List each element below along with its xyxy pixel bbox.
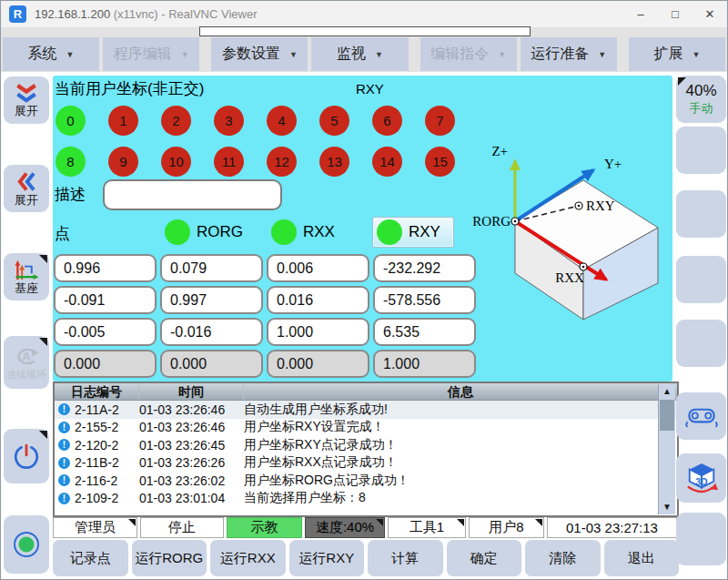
point-radio-rorg[interactable]: RORG xyxy=(165,217,243,248)
continuous-loop-button[interactable]: A 连续循环 xyxy=(4,336,49,389)
green-indicator-icon xyxy=(377,219,402,245)
coord-diagram: Z+ Y+ RORG RXY RXX xyxy=(471,123,676,351)
menu-item-7[interactable]: 扩展▼ xyxy=(629,37,725,71)
jog-controller-button[interactable] xyxy=(676,392,726,440)
menu-item-5[interactable]: 编辑指令▼ xyxy=(420,37,517,71)
confirm-button[interactable]: 确定 xyxy=(447,540,522,576)
log-time: 01-03 23:26:26 xyxy=(139,455,244,470)
log-row[interactable]: !2-116-201-03 23:26:02用户坐标RORG点记录成功！ xyxy=(55,472,677,490)
menu-item-6[interactable]: 运行准备▼ xyxy=(521,37,617,71)
record-point-button[interactable]: 记录点 xyxy=(53,540,128,576)
log-message: 当前选择用户坐标：8 xyxy=(244,490,677,506)
coord-slot-1[interactable]: 1 xyxy=(108,106,138,136)
coord-slot-0[interactable]: 0 xyxy=(56,106,86,136)
log-row[interactable]: !2-11A-201-03 23:26:46自动生成用户坐标系成功! xyxy=(55,401,677,419)
realvnc-logo-icon: R xyxy=(9,5,26,23)
run-rxy-button[interactable]: 运行RXY xyxy=(289,540,365,576)
coord-slot-5[interactable]: 5 xyxy=(319,106,349,136)
minimize-button[interactable]: – xyxy=(623,1,658,27)
3d-cube-icon: 3D xyxy=(684,462,719,494)
point-radio-rxx[interactable]: RXX xyxy=(271,217,335,248)
log-row[interactable]: !2-155-201-03 23:26:46用户坐标RXY设置完成！ xyxy=(55,419,677,437)
blank-button-4[interactable] xyxy=(676,320,726,367)
coord-slot-8[interactable]: 8 xyxy=(56,147,86,177)
corner-mark-icon xyxy=(128,519,136,526)
coord-slot-10[interactable]: 10 xyxy=(161,147,191,177)
coord-slot-12[interactable]: 12 xyxy=(267,147,297,177)
log-row[interactable]: !2-109-201-03 23:01:04当前选择用户坐标：8 xyxy=(55,490,677,508)
matrix-cell-r2c3[interactable]: 0.016 xyxy=(267,286,369,314)
coord-slot-13[interactable]: 13 xyxy=(319,147,349,177)
log-row[interactable]: !2-120-201-03 23:26:45用户坐标RXY点记录成功！ xyxy=(55,436,677,454)
matrix-cell-r1c1[interactable]: 0.996 xyxy=(54,254,157,282)
log-time: 01-03 23:26:46 xyxy=(139,420,244,434)
view-3d-button[interactable]: 3D xyxy=(676,453,726,503)
coord-slot-6[interactable]: 6 xyxy=(372,106,402,136)
info-icon: ! xyxy=(58,422,70,433)
expand-left-button[interactable]: 展开 xyxy=(4,165,49,212)
coord-slot-15[interactable]: 15 xyxy=(425,147,455,177)
coord-slot-4[interactable]: 4 xyxy=(267,106,297,136)
info-icon: ! xyxy=(58,439,70,451)
corner-mark-icon xyxy=(39,338,47,346)
vnc-viewer-window: R 192.168.1.200 (x11vnc) - RealVNC Viewe… xyxy=(0,0,728,580)
description-input[interactable] xyxy=(103,179,282,210)
coord-slot-11[interactable]: 11 xyxy=(214,147,244,177)
matrix-cell-r1c2[interactable]: 0.079 xyxy=(160,254,263,282)
matrix-cell-r2c4[interactable]: -578.556 xyxy=(373,286,476,314)
matrix-cell-r3c4[interactable]: 6.535 xyxy=(373,318,476,346)
status-tool[interactable]: 工具1 xyxy=(388,517,466,538)
status-speed[interactable]: 速度:40% xyxy=(305,517,385,538)
menu-item-3[interactable]: 参数设置▼ xyxy=(211,37,308,71)
log-scrollbar[interactable]: ▲ ▼ xyxy=(658,384,675,514)
calculate-button[interactable]: 计算 xyxy=(368,540,443,576)
matrix-cell-r3c3[interactable]: 1.000 xyxy=(267,318,369,346)
speed-percent-label: 40% xyxy=(685,82,716,100)
blank-button-1[interactable] xyxy=(676,127,726,174)
green-indicator-icon xyxy=(271,219,297,245)
coord-slot-9[interactable]: 9 xyxy=(108,147,138,177)
matrix-cell-r2c1[interactable]: -0.091 xyxy=(54,286,157,314)
power-button[interactable] xyxy=(4,429,49,483)
scroll-up-icon[interactable]: ▲ xyxy=(659,384,675,399)
matrix-cell-r3c1[interactable]: -0.005 xyxy=(54,318,157,346)
coord-slot-7[interactable]: 7 xyxy=(425,106,455,136)
status-user-level[interactable]: 管理员 xyxy=(53,517,137,538)
servo-indicator-icon xyxy=(12,530,41,559)
menu-item-1[interactable]: 系统▼ xyxy=(3,37,99,71)
coord-slot-14[interactable]: 14 xyxy=(372,147,402,177)
matrix-cell-r1c3[interactable]: 0.006 xyxy=(267,254,369,282)
info-icon: ! xyxy=(58,474,70,486)
coord-slot-3[interactable]: 3 xyxy=(214,106,244,136)
matrix-cell-r1c4[interactable]: -232.292 xyxy=(373,254,476,282)
point-radio-rxy[interactable]: RXY xyxy=(372,217,454,248)
coord-slot-2[interactable]: 2 xyxy=(161,106,191,136)
run-rxx-button[interactable]: 运行RXX xyxy=(210,540,286,576)
expand-down-button[interactable]: 展开 xyxy=(4,76,49,124)
log-id: 2-120-2 xyxy=(70,438,139,453)
close-button[interactable]: ✕ xyxy=(693,1,727,27)
servo-status-button[interactable] xyxy=(4,515,49,574)
speed-mode-button[interactable]: 40% 手动 xyxy=(676,76,726,123)
status-user-coord[interactable]: 用户8 xyxy=(469,517,544,538)
menu-item-2[interactable]: 程序编辑▼ xyxy=(103,37,199,71)
scroll-thumb[interactable] xyxy=(660,400,674,431)
blank-button-2[interactable] xyxy=(676,190,726,238)
clear-button[interactable]: 清除 xyxy=(525,540,601,576)
scroll-down-icon[interactable]: ▼ xyxy=(659,500,675,514)
coordinate-axes-icon xyxy=(13,259,40,281)
corner-mark-icon xyxy=(39,431,47,439)
run-rorg-button[interactable]: 运行RORG xyxy=(132,540,207,576)
maximize-button[interactable]: □ xyxy=(658,1,693,27)
log-message: 用户坐标RXX点记录成功！ xyxy=(244,454,677,471)
menu-item-4[interactable]: 监视▼ xyxy=(311,37,408,71)
corner-mark-icon xyxy=(39,255,47,263)
blank-button-3[interactable] xyxy=(676,256,726,303)
log-message: 用户坐标RXY点记录成功！ xyxy=(244,437,677,453)
matrix-cell-r2c2[interactable]: 0.997 xyxy=(160,286,263,314)
log-row[interactable]: !2-11B-201-03 23:26:26用户坐标RXX点记录成功！ xyxy=(55,454,677,473)
base-coord-button[interactable]: 基座 xyxy=(4,253,49,300)
matrix-cell-r3c2[interactable]: -0.016 xyxy=(160,318,263,346)
exit-button[interactable]: 退出 xyxy=(604,540,680,576)
blank-button-5[interactable] xyxy=(676,513,726,565)
